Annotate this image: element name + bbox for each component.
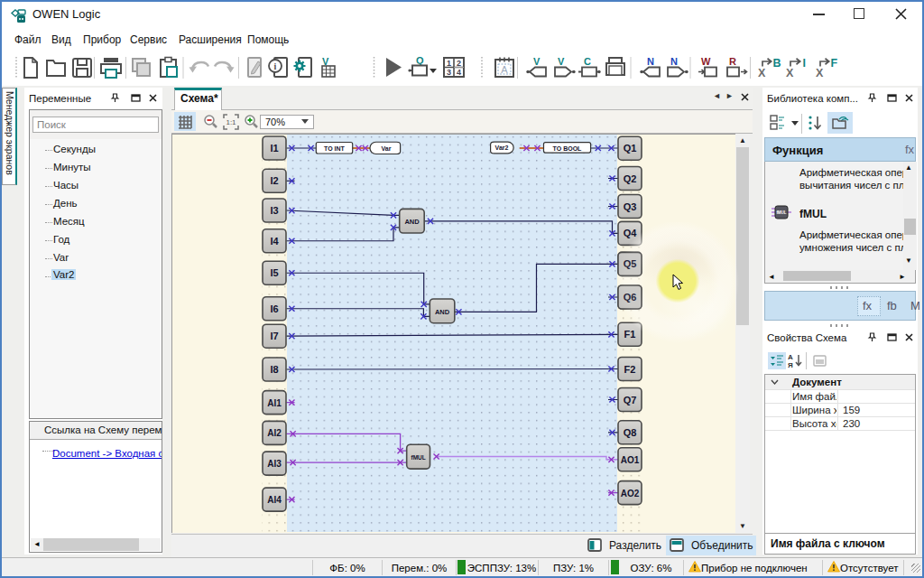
svg-text:1:1: 1:1 <box>226 118 236 126</box>
svg-text:V: V <box>558 56 565 67</box>
svg-text:I: I <box>803 57 806 70</box>
svg-text:X: X <box>816 67 824 79</box>
svg-text:2: 2 <box>457 59 461 68</box>
svg-text:Q8: Q8 <box>624 427 637 438</box>
svg-text:X: X <box>758 67 766 79</box>
svg-text:W: W <box>701 56 711 67</box>
svg-text:V: V <box>322 56 329 67</box>
svg-text:AI2: AI2 <box>267 428 282 438</box>
svg-text:I2: I2 <box>270 175 278 186</box>
svg-text:Q: Q <box>416 55 424 66</box>
svg-text:F1: F1 <box>624 329 636 340</box>
svg-text:Q1: Q1 <box>624 143 637 154</box>
svg-text:TO INT: TO INT <box>324 145 346 152</box>
svg-text:AO1: AO1 <box>621 455 640 465</box>
svg-text:Q2: Q2 <box>624 173 637 184</box>
svg-text:I8: I8 <box>270 364 278 375</box>
svg-text:1: 1 <box>447 59 451 68</box>
svg-text:AI4: AI4 <box>267 495 282 505</box>
svg-text:3: 3 <box>447 68 451 77</box>
svg-text:I4: I4 <box>270 236 279 247</box>
svg-text:N: N <box>670 56 678 67</box>
svg-text:4: 4 <box>457 68 461 77</box>
svg-text:F2: F2 <box>624 364 636 375</box>
svg-text:TO BOOL: TO BOOL <box>553 145 582 152</box>
svg-text:A: A <box>501 64 508 75</box>
svg-text:I3: I3 <box>270 205 278 216</box>
svg-text:R: R <box>729 56 736 67</box>
svg-text:B: B <box>773 57 781 70</box>
svg-text:F: F <box>831 57 838 70</box>
svg-text:Я: Я <box>788 361 793 368</box>
svg-text:Q7: Q7 <box>624 395 637 406</box>
svg-text:Q6: Q6 <box>624 292 637 303</box>
svg-text:I6: I6 <box>270 303 278 314</box>
svg-text:AO2: AO2 <box>621 489 640 499</box>
svg-text:I5: I5 <box>270 267 278 278</box>
svg-text:Var: Var <box>382 145 392 152</box>
svg-text:fMUL: fMUL <box>776 210 786 215</box>
svg-text:А: А <box>788 353 793 361</box>
svg-text:AND: AND <box>404 218 420 226</box>
svg-text:AND: AND <box>435 308 450 316</box>
svg-text:V: V <box>533 56 541 67</box>
svg-text:X: X <box>786 67 794 79</box>
svg-text:I1: I1 <box>270 143 278 154</box>
svg-text:fMUL: fMUL <box>411 454 425 461</box>
svg-text:Q3: Q3 <box>624 201 637 212</box>
svg-text:i: i <box>274 61 277 71</box>
svg-text:Q4: Q4 <box>624 228 638 238</box>
svg-text:I7: I7 <box>270 331 278 341</box>
svg-text:Q5: Q5 <box>624 258 637 269</box>
svg-text:Var2: Var2 <box>495 144 509 151</box>
svg-text:AI3: AI3 <box>267 459 282 469</box>
svg-text:C: C <box>584 56 591 67</box>
svg-text:AI1: AI1 <box>267 398 282 408</box>
svg-text:N: N <box>647 56 654 67</box>
